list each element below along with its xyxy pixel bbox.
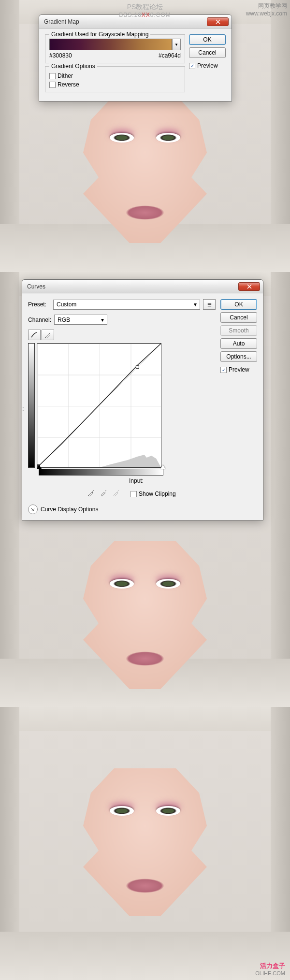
- dialog-title: Curves: [27, 283, 45, 290]
- curve-icon: [30, 331, 38, 338]
- watermark-bottom-right: 活力盒子 OLIHE.COM: [255, 962, 285, 976]
- show-clipping-checkbox[interactable]: Show Clipping: [130, 490, 176, 497]
- chevron-down-icon: ▾: [101, 317, 104, 323]
- black-eyedropper[interactable]: [86, 488, 96, 498]
- gradient-options-fieldset: Gradient Options Dither Reverse: [45, 66, 185, 92]
- watermark-top: PS教程论坛 BBS.16XX8.COM: [119, 3, 171, 18]
- white-point-slider[interactable]: [160, 465, 165, 469]
- chevron-down-icon: ▾: [194, 301, 197, 308]
- cancel-button[interactable]: Cancel: [220, 312, 257, 323]
- auto-button[interactable]: Auto: [220, 338, 257, 349]
- gradient-map-dialog: Gradient Map Gradient Used for Grayscale…: [39, 14, 232, 101]
- dialog-title: Gradient Map: [44, 18, 79, 25]
- dither-checkbox[interactable]: Dither: [49, 72, 181, 79]
- expand-icon: [30, 507, 35, 512]
- options-button[interactable]: Options...: [220, 351, 257, 362]
- eyedropper-icon: [100, 489, 107, 497]
- curve-tool-button[interactable]: [28, 330, 41, 340]
- eyedropper-icon: [87, 489, 95, 497]
- face-artwork: [68, 533, 222, 697]
- panel-curves: Curves Preset: Custom ▾ ☰ Channel:: [0, 272, 290, 707]
- gradient-fieldset-label: Gradient Used for Grayscale Mapping: [49, 31, 150, 38]
- gradient-preview[interactable]: [49, 39, 172, 50]
- gradient-color-right: #ca964d: [159, 52, 181, 59]
- dialog-titlebar[interactable]: Curves: [22, 280, 263, 293]
- checkbox-icon: [49, 82, 56, 88]
- close-button[interactable]: [238, 282, 260, 291]
- ok-button[interactable]: OK: [189, 34, 226, 45]
- gradient-color-left: #300830: [49, 52, 72, 59]
- face-artwork: [68, 87, 222, 251]
- gradient-dropdown-arrow[interactable]: ▼: [172, 39, 181, 50]
- input-gradient[interactable]: [39, 469, 163, 476]
- curve-line: [37, 344, 161, 467]
- white-eyedropper[interactable]: [111, 488, 121, 498]
- smooth-button[interactable]: Smooth: [220, 325, 257, 336]
- preview-checkbox[interactable]: ✓ Preview: [220, 366, 257, 373]
- expand-button[interactable]: [28, 504, 38, 514]
- panel-gradient-map: PS教程论坛 BBS.16XX8.COM 网页教学网 www.webjx.com…: [0, 0, 290, 272]
- ok-button[interactable]: OK: [220, 299, 257, 310]
- gray-eyedropper[interactable]: [99, 488, 108, 498]
- gradient-fieldset: Gradient Used for Grayscale Mapping ▼ #3…: [45, 34, 185, 63]
- curve-graph[interactable]: [37, 343, 161, 468]
- pencil-tool-button[interactable]: [42, 330, 54, 340]
- output-label: Output:: [22, 405, 24, 412]
- input-label: Input:: [57, 477, 216, 484]
- preview-checkbox[interactable]: ✓ Preview: [189, 62, 226, 69]
- checkbox-icon: [49, 73, 56, 79]
- eyedropper-icon: [112, 489, 120, 497]
- checkbox-icon: [130, 491, 137, 497]
- output-gradient: [28, 343, 35, 468]
- face-artwork: [68, 760, 222, 924]
- curves-dialog: Curves Preset: Custom ▾ ☰ Channel:: [22, 279, 263, 520]
- close-button[interactable]: [207, 17, 229, 26]
- preset-label: Preset:: [28, 301, 50, 308]
- curve-display-label: Curve Display Options: [41, 506, 98, 513]
- close-icon: [247, 284, 252, 289]
- channel-label: Channel:: [28, 317, 51, 323]
- checkbox-icon: ✓: [189, 63, 195, 69]
- histogram: [99, 453, 161, 467]
- preset-combo[interactable]: Custom ▾: [53, 300, 200, 310]
- svg-rect-1: [136, 366, 139, 369]
- close-icon: [216, 19, 220, 24]
- channel-combo[interactable]: RGB ▾: [54, 315, 107, 325]
- pencil-icon: [44, 331, 51, 338]
- checkbox-icon: ✓: [220, 367, 227, 373]
- cancel-button[interactable]: Cancel: [189, 47, 226, 58]
- watermark-top-right: 网页教学网 www.webjx.com: [246, 2, 287, 17]
- preset-menu-button[interactable]: ☰: [203, 299, 216, 310]
- black-point-slider[interactable]: [37, 465, 42, 469]
- gradient-options-label: Gradient Options: [49, 63, 97, 70]
- reverse-checkbox[interactable]: Reverse: [49, 81, 181, 88]
- panel-result: 活力盒子 OLIHE.COM: [0, 707, 290, 980]
